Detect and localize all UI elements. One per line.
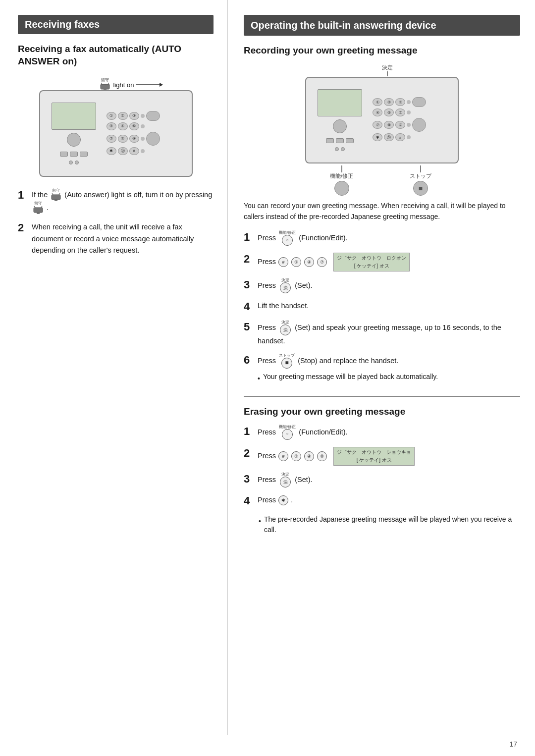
key-hash-2: # [278, 451, 288, 461]
fax-device-body: ① ② ③ ④ ⑤ ⑥ ⑦ ⑧ ⑨ [39, 90, 193, 177]
erase-step-num-4: 4 [244, 494, 255, 507]
step-1-text-end: . [47, 204, 49, 212]
erase-step-3-content: Press 決定 決 (Set). [258, 473, 520, 487]
right-section-header: Operating the built-in answering device [244, 15, 520, 36]
record-step-4: 4 Lift the handset. [244, 300, 520, 313]
star-key: ✱ [278, 495, 288, 505]
right-subsection1-title: Recording your own greeting message [244, 45, 520, 57]
erase-step-3-text2: (Set). [295, 476, 312, 484]
svg-rect-11 [37, 213, 40, 214]
right-subsection2-title: Erasing your own greeting message [244, 406, 520, 418]
erase-step-1-text2: (Function/Edit). [299, 428, 347, 436]
erase-step-3: 3 Press 決定 決 (Set). [244, 473, 520, 487]
erase-step-num-3: 3 [244, 473, 255, 486]
erase-step-4-text2: . [291, 496, 293, 504]
device2-illustration: 決定 [244, 64, 520, 190]
intro-text: You can record your own greeting message… [244, 200, 520, 222]
record-bullet-1-text: Your greeting message will be played bac… [263, 372, 438, 382]
record-step-5: 5 Press 決定 決 (Set) and speak your greeti… [244, 321, 520, 347]
record-step-num-4: 4 [244, 300, 255, 313]
erase-step-2: 2 Press # ① ④ ⑧ ジ゛サク オウトウ ショウキョ[ ケッテイ] オ… [244, 447, 520, 466]
step-number-2: 2 [18, 221, 29, 234]
record-step-4-content: Lift the handset. [258, 300, 520, 312]
record-step-1-press: Press [258, 234, 278, 242]
step-1-text-before: If the [32, 191, 50, 199]
kinou-icon-1: 機能/修正 ○ [279, 231, 296, 246]
erase-step-num-1: 1 [244, 425, 255, 438]
step-1-text-middle: (Auto answer) light is off, turn it on b… [64, 191, 212, 199]
left-step-2: 2 When receiving a call, the unit will r… [18, 221, 214, 256]
erase-step-1: 1 Press 機能/修正 ○ (Function/Edit). [244, 425, 520, 440]
key-1-2: ① [291, 451, 301, 461]
record-step-num-5: 5 [244, 321, 255, 333]
svg-rect-0 [101, 84, 109, 89]
key-8-2: ⑧ [317, 451, 327, 461]
erase-step-4-press: Press [258, 496, 278, 504]
svg-line-13 [41, 206, 42, 208]
svg-line-9 [59, 193, 60, 195]
record-step-num-1: 1 [244, 231, 255, 244]
left-subsection-title: Receiving a fax automatically (AUTO ANSW… [18, 43, 214, 67]
svg-line-8 [52, 193, 53, 195]
erase-bullet-1: • The pre-recorded Japanese greeting mes… [259, 514, 520, 535]
erase-step-1-content: Press 機能/修正 ○ (Function/Edit). [258, 425, 520, 440]
erase-bullet-dot: • [259, 516, 261, 527]
svg-rect-6 [52, 195, 60, 200]
record-step-3-press: Press [258, 281, 278, 289]
record-step-num-2: 2 [244, 253, 255, 266]
kettei-icon-3: 決定 決 [279, 473, 292, 487]
record-step-6-press: Press [258, 357, 278, 365]
step-1-content: If the 留守 (Auto answer) light is off, tu… [32, 189, 214, 215]
record-step-2-press: Press [258, 258, 278, 266]
erase-step-4-content: Press ✱ . [258, 494, 520, 506]
svg-rect-7 [54, 200, 57, 201]
kinou-icon-2: 機能/修正 ○ [279, 425, 296, 440]
key-7-1: ⑦ [317, 257, 327, 267]
record-step-2-content: Press # ① ④ ⑦ ジ゛サク オウトウ ロクオン[ ケッテイ] オス [258, 253, 520, 271]
record-step-6-content: Press ストップ ■ (Stop) and replace the hand… [258, 354, 520, 384]
record-step-5-text2: (Set) and speak your greeting message, u… [258, 324, 501, 345]
record-step-1-text2: (Function/Edit). [299, 234, 347, 242]
display-box-2: ジ゛サク オウトウ ショウキョ[ ケッテイ] オス [333, 447, 415, 466]
erase-step-1-press: Press [258, 428, 278, 436]
display-box-1: ジ゛サク オウトウ ロクオン[ ケッテイ] オス [333, 253, 410, 271]
section-divider [244, 396, 520, 397]
record-step-5-content: Press 決定 決 (Set) and speak your greeting… [258, 321, 520, 347]
record-step-3-content: Press 決定 決 (Set). [258, 278, 520, 293]
device2-body: ① ② ③ ④ ⑤ ⑥ ⑦ ⑧ ⑨ [305, 77, 459, 163]
tomori-icon-1b: 留守 [33, 202, 44, 215]
stop-icon-1: ストップ ■ [279, 354, 295, 369]
erase-step-4: 4 Press ✱ . [244, 494, 520, 507]
svg-line-12 [34, 206, 35, 208]
erase-step-2-press: Press [258, 452, 278, 460]
record-step-2: 2 Press # ① ④ ⑦ ジ゛サク オウトウ ロクオン[ ケッテイ] オス [244, 253, 520, 271]
key-4-2: ④ [304, 451, 314, 461]
record-step-6-text2: (Stop) and replace the handset. [298, 357, 398, 365]
step-number-1: 1 [18, 189, 29, 202]
erase-step-2-content: Press # ① ④ ⑧ ジ゛サク オウトウ ショウキョ[ ケッテイ] オス [258, 447, 520, 466]
erase-step-3-press: Press [258, 476, 278, 484]
record-step-3-text2: (Set). [295, 281, 312, 289]
svg-marker-5 [160, 83, 163, 87]
erase-bullet-text: The pre-recorded Japanese greeting messa… [264, 514, 520, 535]
fax-device-illustration: 留守 light on [18, 74, 214, 177]
tomori-icon-1: 留守 [51, 189, 61, 202]
page-number: 17 [0, 735, 535, 756]
record-step-6: 6 Press ストップ ■ (Stop) and replace the ha… [244, 354, 520, 384]
kettei-icon-2: 決定 決 [279, 321, 292, 335]
light-on-text: light on [113, 81, 134, 89]
erase-bullet-container: • The pre-recorded Japanese greeting mes… [259, 514, 520, 535]
light-arrow [136, 81, 163, 88]
record-step-num-3: 3 [244, 278, 255, 291]
left-section-header: Receiving faxes [18, 15, 214, 34]
record-step-3: 3 Press 決定 決 (Set). [244, 278, 520, 293]
svg-line-2 [101, 83, 102, 84]
record-bullet-1: • Your greeting message will be played b… [258, 372, 520, 384]
record-step-1-content: Press 機能/修正 ○ (Function/Edit). [258, 231, 520, 246]
step-2-content: When receiving a call, the unit will rec… [32, 221, 214, 256]
key-4-1: ④ [304, 257, 314, 267]
key-hash-1: # [278, 257, 288, 267]
svg-line-3 [108, 83, 109, 84]
bullet-dot-1: • [258, 374, 260, 384]
record-step-num-6: 6 [244, 354, 255, 367]
